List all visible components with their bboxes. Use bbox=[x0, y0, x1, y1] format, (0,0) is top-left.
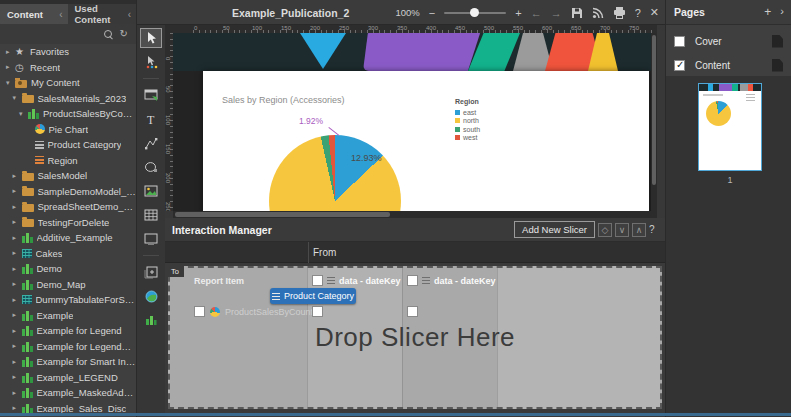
polyline-tool[interactable] bbox=[140, 133, 162, 153]
expander-icon[interactable]: ▸ bbox=[13, 187, 22, 195]
expander-icon[interactable]: ▸ bbox=[13, 296, 22, 304]
canvas-vertical-scrollbar[interactable] bbox=[651, 33, 657, 211]
tree-item-demo[interactable]: ▸Demo bbox=[0, 261, 136, 277]
expander-icon[interactable]: ▸ bbox=[13, 234, 22, 242]
tree-item-recent[interactable]: ▸Recent bbox=[0, 60, 136, 76]
expander-icon[interactable]: ▸ bbox=[13, 172, 22, 180]
select-tool[interactable] bbox=[140, 28, 162, 48]
page-thumbnail[interactable] bbox=[698, 83, 762, 171]
expander-icon[interactable]: ▸ bbox=[13, 249, 22, 257]
canvas-horizontal-scrollbar[interactable] bbox=[173, 211, 657, 218]
expander-icon[interactable]: ▸ bbox=[6, 63, 15, 71]
add-page-icon[interactable]: + bbox=[764, 5, 771, 19]
column-checkbox[interactable] bbox=[312, 275, 323, 286]
slide-tool[interactable] bbox=[140, 229, 162, 249]
tree-item-favorites[interactable]: ▸Favorites bbox=[0, 44, 136, 60]
text-tool[interactable]: T bbox=[140, 109, 162, 129]
tree-item-salesmodel[interactable]: ▸SalesModel bbox=[0, 168, 136, 184]
design-canvas[interactable]: Sales by Region (Accessories) 1.92% 12.9… bbox=[173, 33, 651, 211]
page-checkbox[interactable] bbox=[674, 36, 685, 47]
expander-icon[interactable]: ▸ bbox=[13, 342, 22, 350]
tree-item-spreadsheetdemo-auto[interactable]: ▸SpreadSheetDemo_AUTO bbox=[0, 199, 136, 215]
collapse-left-icon[interactable]: ‹ bbox=[59, 9, 62, 20]
zoom-out-button[interactable]: − bbox=[429, 7, 435, 19]
page-row-cover[interactable]: Cover bbox=[666, 29, 791, 53]
tree-item-additive-example[interactable]: ▸Additive_Example bbox=[0, 230, 136, 246]
expander-icon[interactable]: ▸ bbox=[6, 48, 15, 56]
tree-item-example-legend[interactable]: ▸Example_LEGEND bbox=[0, 370, 136, 386]
web-content-tool[interactable] bbox=[140, 286, 162, 306]
collapse-down-icon[interactable]: ∨ bbox=[615, 223, 629, 237]
row-checkbox[interactable] bbox=[194, 306, 205, 317]
tree-item-example-maskedaddress[interactable]: ▸Example_MaskedAddress bbox=[0, 385, 136, 401]
expander-icon[interactable]: ▸ bbox=[13, 311, 22, 319]
search-icon[interactable] bbox=[104, 30, 113, 39]
slicer-diamond-icon[interactable]: ◇ bbox=[598, 223, 612, 237]
shape-tool[interactable] bbox=[140, 157, 162, 177]
tree-item-example-for-smart-insight-[interactable]: ▸Example for Smart Insight... bbox=[0, 354, 136, 370]
expand-panel-icon[interactable]: › bbox=[780, 5, 784, 19]
undo-icon[interactable]: ← bbox=[531, 7, 542, 19]
zoom-in-button[interactable]: + bbox=[515, 7, 521, 19]
row-checkbox[interactable] bbox=[407, 306, 418, 317]
product-category-drag-pill[interactable]: Product Category bbox=[270, 288, 356, 304]
close-icon[interactable]: ✕ bbox=[650, 6, 659, 19]
expander-icon[interactable]: ▸ bbox=[13, 327, 22, 335]
collapse-left-icon[interactable]: ‹ bbox=[128, 9, 131, 20]
row-checkbox[interactable] bbox=[312, 306, 323, 317]
scrollbar-thumb[interactable] bbox=[652, 35, 656, 185]
collapse-up-icon[interactable]: ∧ bbox=[632, 223, 646, 237]
pie-chart[interactable] bbox=[269, 135, 401, 211]
add-new-slicer-button[interactable]: Add New Slicer bbox=[514, 221, 595, 238]
tree-item-example-for-legend[interactable]: ▸Example for Legend bbox=[0, 323, 136, 339]
tree-item-region[interactable]: Region bbox=[0, 153, 136, 169]
tree-item-testingfordelete[interactable]: ▸TestingForDelete bbox=[0, 215, 136, 231]
publication-page[interactable]: Sales by Region (Accessories) 1.92% 12.9… bbox=[203, 71, 649, 211]
report-panel-tool[interactable] bbox=[140, 85, 162, 105]
expander-icon[interactable]: ▾ bbox=[6, 79, 15, 87]
expander-icon[interactable]: ▸ bbox=[13, 373, 22, 381]
expander-icon[interactable]: ▸ bbox=[13, 203, 22, 211]
expander-icon[interactable]: ▾ bbox=[13, 94, 22, 102]
report-item-row[interactable]: ProductSalesByCountry bbox=[194, 306, 321, 317]
tree-item-example-for-legend-02[interactable]: ▸Example for Legend_02 bbox=[0, 339, 136, 355]
tree-item-cakes[interactable]: ▸Cakes bbox=[0, 246, 136, 262]
help-icon[interactable]: ? bbox=[635, 7, 641, 19]
tree-item-example[interactable]: ▸Example bbox=[0, 308, 136, 324]
print-icon[interactable] bbox=[613, 7, 626, 19]
tab-content[interactable]: Content ‹ bbox=[0, 4, 68, 24]
tab-used-content[interactable]: Used Content ‹ bbox=[68, 4, 137, 24]
scrollbar-thumb[interactable] bbox=[175, 212, 390, 217]
tree-item-sampledemomodel-auto[interactable]: ▸SampleDemoModel_AUTO bbox=[0, 184, 136, 200]
zoom-slider[interactable] bbox=[444, 12, 506, 14]
save-icon[interactable] bbox=[571, 7, 583, 19]
image-tool[interactable] bbox=[140, 181, 162, 201]
table-tool[interactable] bbox=[140, 205, 162, 225]
add-panel-tool[interactable] bbox=[140, 262, 162, 282]
redo-icon[interactable]: → bbox=[551, 7, 562, 19]
page-row-content[interactable]: Content bbox=[666, 53, 791, 77]
from-column-datekey-2[interactable]: data - dateKey bbox=[407, 275, 496, 286]
page-checkbox[interactable] bbox=[674, 60, 685, 71]
expander-icon[interactable]: ▸ bbox=[13, 358, 22, 366]
expander-icon[interactable]: ▾ bbox=[19, 110, 28, 118]
column-checkbox[interactable] bbox=[407, 275, 418, 286]
expander-icon[interactable]: ▸ bbox=[13, 218, 22, 226]
multi-select-tool[interactable] bbox=[140, 52, 162, 72]
tree-item-product-category[interactable]: Product Category bbox=[0, 137, 136, 153]
tree-item-pie-chart[interactable]: Pie Chart bbox=[0, 122, 136, 138]
tree-item-demo-map[interactable]: ▸Demo_Map bbox=[0, 277, 136, 293]
tree-item-dummytabulateforsolve[interactable]: ▸DummyTabulateForSolve bbox=[0, 292, 136, 308]
from-column-datekey-1[interactable]: data - dateKey bbox=[312, 275, 401, 286]
tree-item-salesmaterials-2023[interactable]: ▾SalesMaterials_2023 bbox=[0, 91, 136, 107]
chart-tool[interactable] bbox=[140, 310, 162, 330]
tree-item-productsalesbycountry[interactable]: ▾ProductSalesByCountry bbox=[0, 106, 136, 122]
slicer-drop-area[interactable]: To Report Item data - dateKey data - dat… bbox=[168, 266, 662, 409]
expander-icon[interactable]: ▸ bbox=[13, 404, 22, 412]
expander-icon[interactable]: ▸ bbox=[13, 265, 22, 273]
publish-feed-icon[interactable] bbox=[592, 7, 604, 19]
tree-item-my-content[interactable]: ▾My Content bbox=[0, 75, 136, 91]
refresh-icon[interactable]: ↻ bbox=[120, 29, 128, 39]
expander-icon[interactable]: ▸ bbox=[13, 389, 22, 397]
zoom-slider-thumb[interactable] bbox=[470, 8, 479, 17]
